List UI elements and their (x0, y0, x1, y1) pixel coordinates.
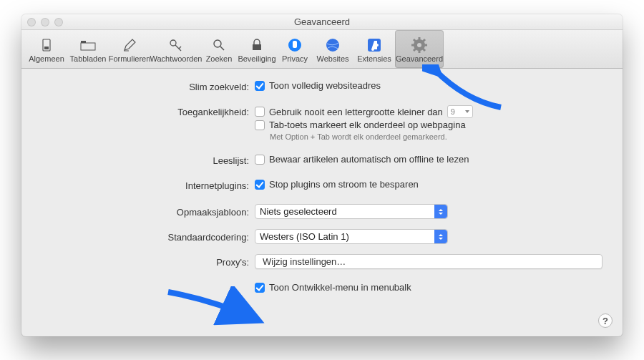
svg-rect-3 (81, 41, 86, 43)
label-proxy: Proxy's: (42, 254, 255, 268)
label-stylesheet: Opmaaksjabloon: (42, 204, 255, 218)
close-icon[interactable] (27, 18, 36, 26)
titlebar: Geavanceerd (21, 14, 623, 30)
checkbox-label: Toon Ontwikkel-menu in menubalk (269, 282, 411, 293)
checkbox-label: Toon volledig websiteadres (269, 80, 381, 91)
tab-label: Algemeen (29, 54, 64, 64)
content-pane: Slim zoekveld: Toon volledig websiteadre… (21, 69, 623, 304)
select-encoding[interactable]: Westers (ISO Latin 1) (255, 229, 448, 244)
tab-label: Formulieren (109, 54, 151, 64)
tab-label: Beveiliging (238, 54, 275, 64)
svg-line-22 (423, 49, 425, 51)
minimize-icon[interactable] (41, 18, 49, 26)
svg-line-21 (414, 39, 416, 42)
checkbox-icon (255, 81, 265, 91)
checkbox-develop-menu[interactable]: Toon Ontwikkel-menu in menubalk (255, 282, 602, 293)
search-icon (209, 37, 229, 54)
svg-rect-1 (44, 47, 49, 49)
svg-point-16 (417, 43, 421, 47)
tab-tabs[interactable]: Tabbladen (67, 30, 109, 68)
preferences-window: Geavanceerd Algemeen Tabbladen Formulier… (21, 14, 623, 336)
svg-rect-10 (253, 44, 261, 50)
button-change-proxy[interactable]: Wijzig instellingen… (255, 254, 602, 269)
select-stylesheet[interactable]: Niets geselecteerd (255, 204, 448, 219)
help-button[interactable]: ? (598, 313, 613, 328)
checkbox-icon (255, 120, 265, 130)
gear-icon (409, 37, 429, 54)
checkbox-icon (255, 283, 265, 293)
select-value: Westers (ISO Latin 1) (260, 231, 349, 242)
checkbox-stop-plugins[interactable]: Stop plugins om stroom te besparen (255, 179, 602, 190)
select-fontsize[interactable]: 9 (447, 105, 473, 118)
tab-label: Privacy (282, 54, 308, 64)
chevron-updown-icon (434, 230, 447, 243)
checkbox-tab-highlight[interactable]: Tab-toets markeert elk onderdeel op webp… (255, 120, 602, 130)
globe-icon (323, 37, 343, 54)
checkbox-icon (255, 180, 265, 190)
window-title: Geavanceerd (294, 16, 350, 27)
puzzle-icon (364, 37, 384, 54)
svg-point-5 (170, 40, 176, 46)
checkbox-save-offline[interactable]: Bewaar artikelen automatisch om offline … (255, 154, 602, 165)
checkbox-label: Gebruik nooit een lettergrootte kleiner … (269, 107, 443, 117)
label-encoding: Standaardcodering: (42, 229, 255, 243)
svg-line-9 (220, 47, 224, 50)
tab-security[interactable]: Beveiliging (236, 30, 278, 68)
general-icon (36, 37, 57, 54)
checkbox-icon (255, 155, 265, 165)
select-value: 9 (451, 107, 455, 116)
tab-label: Tabbladen (70, 54, 107, 64)
help-label: ? (602, 316, 608, 326)
toolbar: Algemeen Tabbladen Formulieren Wachtwoor… (21, 30, 623, 69)
zoom-icon[interactable] (54, 18, 63, 26)
checkbox-label: Bewaar artikelen automatisch om offline … (269, 154, 469, 165)
tab-label: Geavanceerd (396, 54, 443, 64)
pen-icon (119, 37, 140, 54)
svg-line-7 (179, 47, 181, 49)
tab-label: Extensies (357, 54, 391, 64)
svg-line-24 (423, 39, 425, 42)
checkbox-full-address[interactable]: Toon volledig websiteadres (255, 80, 602, 91)
checkbox-min-fontsize[interactable]: Gebruik nooit een lettergrootte kleiner … (255, 105, 602, 118)
tabs-icon (78, 37, 98, 54)
select-value: Niets geselecteerd (260, 206, 337, 217)
svg-point-8 (214, 40, 221, 47)
tab-label: Zoeken (206, 54, 233, 64)
svg-line-23 (414, 49, 416, 51)
lock-icon (247, 37, 267, 54)
tab-autofill[interactable]: Formulieren (109, 30, 150, 68)
tab-privacy[interactable]: Privacy (278, 30, 312, 68)
tab-label: Wachtwoorden (150, 54, 203, 64)
hand-icon (285, 37, 305, 54)
key-icon (166, 37, 186, 54)
tab-advanced[interactable]: Geavanceerd (395, 30, 444, 68)
chevron-updown-icon (434, 205, 447, 218)
button-label: Wijzig instellingen… (263, 256, 346, 267)
svg-rect-12 (293, 41, 297, 48)
traffic-lights (27, 18, 63, 26)
tab-general[interactable]: Algemeen (26, 30, 67, 68)
label-plugins: Internetplugins: (42, 179, 255, 191)
tab-search[interactable]: Zoeken (202, 30, 236, 68)
checkbox-label: Stop plugins om stroom te besparen (269, 179, 419, 190)
tab-passwords[interactable]: Wachtwoorden (150, 30, 202, 68)
checkbox-icon (255, 107, 265, 117)
label-reading-list: Leeslijst: (42, 154, 255, 166)
tab-label: Websites (316, 54, 348, 64)
hint-option-tab: Met Option + Tab wordt elk onderdeel gem… (270, 132, 602, 141)
tab-extensions[interactable]: Extensies (353, 30, 395, 68)
svg-rect-2 (81, 43, 95, 50)
checkbox-label: Tab-toets markeert elk onderdeel op webp… (269, 120, 466, 130)
label-smart-search: Slim zoekveld: (42, 80, 255, 92)
tab-websites[interactable]: Websites (312, 30, 353, 68)
label-accessibility: Toegankelijkheid: (42, 105, 255, 117)
